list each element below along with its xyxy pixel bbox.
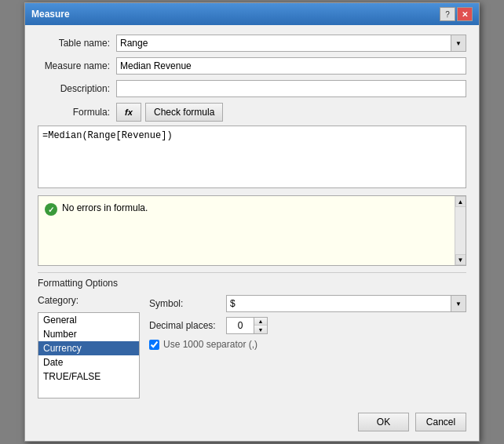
description-input[interactable]	[116, 80, 466, 97]
symbol-dropdown-wrapper: $ € £ ¥ None ▼	[226, 295, 466, 312]
symbol-label: Symbol:	[149, 298, 220, 309]
formatting-body: Category: General Number Currency Date T…	[38, 295, 466, 399]
spin-up-button[interactable]: ▲	[254, 318, 267, 326]
validation-area: No errors in formula. ▲ ▼	[38, 195, 466, 266]
table-name-label: Table name:	[38, 38, 116, 49]
dialog-title: Measure	[31, 9, 70, 20]
validation-content: No errors in formula.	[38, 196, 154, 222]
validation-scrollbar: ▲ ▼	[455, 196, 466, 265]
table-name-dropdown-wrapper: Range ▼	[116, 35, 466, 52]
close-button[interactable]: ✕	[457, 7, 473, 21]
separator-row: Use 1000 separator (,)	[149, 339, 466, 350]
validation-text: No errors in formula.	[62, 202, 148, 213]
formatting-right: Symbol: $ € £ ¥ None ▼ Decimal p	[149, 295, 466, 350]
cancel-button[interactable]: Cancel	[415, 413, 466, 431]
scrollbar-track	[455, 207, 466, 254]
fx-button[interactable]: fx	[116, 103, 141, 122]
category-general[interactable]: General	[38, 313, 139, 327]
decimal-input-wrapper: ▲ ▼	[226, 317, 268, 334]
decimal-input[interactable]	[226, 317, 254, 334]
decimal-label: Decimal places:	[149, 320, 220, 331]
table-name-row: Table name: Range ▼	[38, 35, 466, 52]
separator-label: Use 1000 separator (,)	[163, 339, 257, 350]
table-name-select[interactable]: Range	[116, 35, 466, 52]
formula-label: Formula:	[38, 107, 116, 118]
dialog-footer: OK Cancel	[25, 406, 479, 441]
symbol-select[interactable]: $ € £ ¥ None	[226, 295, 466, 312]
category-label: Category:	[38, 295, 140, 306]
formatting-section-title: Formatting Options	[38, 278, 466, 289]
category-truefalse[interactable]: TRUE/FALSE	[38, 369, 139, 384]
success-icon	[45, 203, 57, 216]
check-formula-button[interactable]: Check formula	[145, 103, 223, 122]
formula-textarea[interactable]: =Median(Range[Revenue])	[38, 126, 466, 188]
category-currency[interactable]: Currency	[38, 341, 139, 355]
section-divider	[38, 272, 466, 273]
separator-checkbox[interactable]	[149, 340, 159, 350]
category-number[interactable]: Number	[38, 327, 139, 341]
category-list: General Number Currency Date TRUE/FALSE	[38, 312, 140, 399]
spin-down-button[interactable]: ▼	[254, 326, 267, 333]
title-bar-buttons: ? ✕	[440, 7, 473, 21]
scroll-down-arrow[interactable]: ▼	[455, 254, 466, 265]
formula-row: Formula: fx Check formula	[38, 103, 466, 122]
decimal-row: Decimal places: ▲ ▼	[149, 317, 466, 334]
measure-name-label: Measure name:	[38, 60, 116, 71]
category-section: Category: General Number Currency Date T…	[38, 295, 140, 399]
help-button[interactable]: ?	[440, 7, 455, 21]
scroll-up-arrow[interactable]: ▲	[455, 196, 466, 207]
description-label: Description:	[38, 83, 116, 94]
title-bar: Measure ? ✕	[25, 3, 479, 25]
measure-name-row: Measure name:	[38, 57, 466, 75]
symbol-row: Symbol: $ € £ ¥ None ▼	[149, 295, 466, 312]
measure-dialog: Measure ? ✕ Table name: Range ▼ Measure …	[24, 2, 480, 442]
spin-buttons: ▲ ▼	[254, 317, 268, 334]
measure-name-input[interactable]	[116, 57, 466, 75]
category-date[interactable]: Date	[38, 355, 139, 369]
ok-button[interactable]: OK	[358, 413, 409, 431]
dialog-body: Table name: Range ▼ Measure name: Descri…	[25, 25, 479, 406]
description-row: Description:	[38, 80, 466, 97]
